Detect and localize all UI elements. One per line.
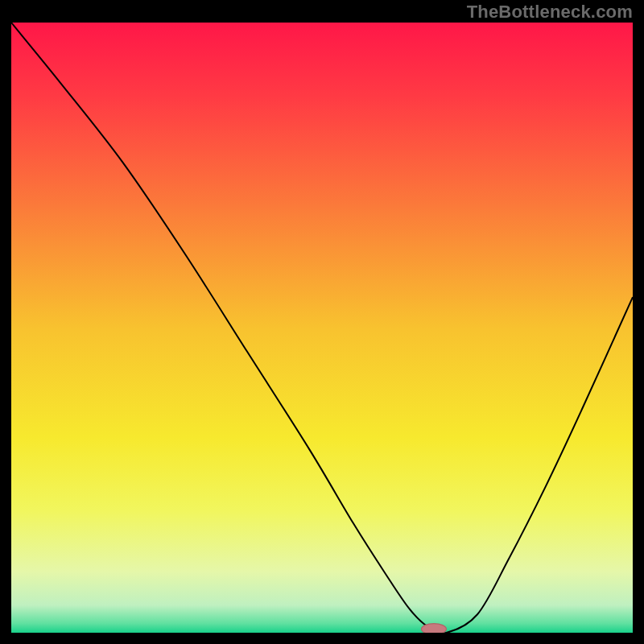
bottleneck-chart bbox=[11, 23, 633, 633]
plot-background bbox=[11, 23, 633, 633]
optimal-marker bbox=[422, 624, 447, 633]
watermark-text: TheBottleneck.com bbox=[467, 2, 633, 23]
chart-frame: TheBottleneck.com bbox=[0, 0, 644, 644]
